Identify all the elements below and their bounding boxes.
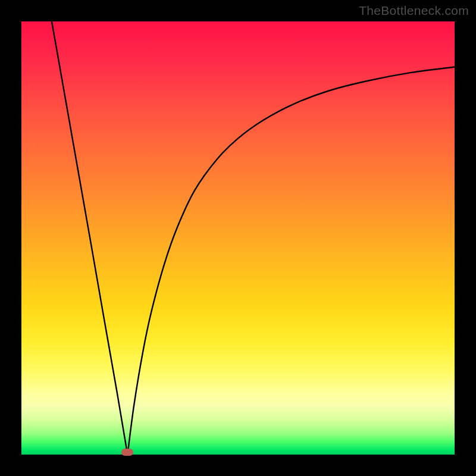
curve-layer [21,21,455,455]
chart-frame: TheBottleneck.com [0,0,476,476]
plot-area [21,21,455,455]
bottleneck-curve [52,21,455,455]
watermark-text: TheBottleneck.com [359,4,469,18]
minimum-marker [121,449,133,456]
